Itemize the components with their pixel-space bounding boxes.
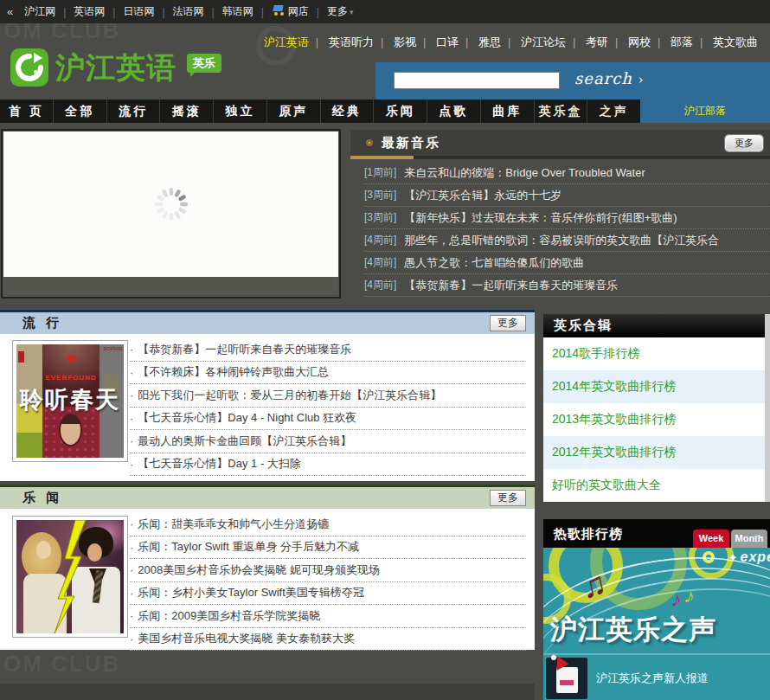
- list-item[interactable]: ·美国乡村音乐电视大奖揭晓 美女泰勒获大奖: [130, 628, 526, 652]
- search-input[interactable]: [394, 72, 560, 89]
- album-link-2013-songs[interactable]: 2013年英文歌曲排行榜: [543, 403, 770, 436]
- list-item[interactable]: ·【七天音乐心情】Day 1 - 大扫除: [130, 453, 526, 477]
- celebrity-photo: [16, 520, 124, 633]
- bullet-dot: ·: [130, 389, 133, 401]
- topbar-link-shop[interactable]: 网店: [264, 4, 317, 19]
- nav-all[interactable]: 全部: [54, 100, 107, 123]
- feed-item-title[interactable]: 沪江英乐之声新人报道: [596, 655, 709, 700]
- hnav-hujiang-english[interactable]: 沪江英语: [257, 35, 316, 48]
- latest-more-button[interactable]: 更多: [725, 135, 763, 151]
- album-link-2014-songs[interactable]: 2014年英文歌曲排行榜: [543, 370, 770, 403]
- nav-partner-tribe[interactable]: 沪江部落: [640, 100, 770, 123]
- list-item[interactable]: [4周前]【恭贺新春】一起听听来自春天的璀璨音乐: [364, 274, 770, 297]
- bullet-dot: ·: [130, 633, 133, 645]
- hot-chart-title: 热歌排行榜: [554, 526, 623, 543]
- background-watermark-bottom: OM CLUB: [3, 651, 120, 678]
- album-link-best-songs[interactable]: 好听的英文歌曲大全: [543, 469, 770, 502]
- item-title[interactable]: 【新年快乐】过去现在未来：音乐伴你前行(组图+歌曲): [404, 210, 677, 226]
- loading-spinner-icon: [152, 185, 190, 223]
- nav-classic[interactable]: 经典: [321, 100, 375, 123]
- star-icon: ✦: [728, 551, 739, 564]
- nav-soundtrack[interactable]: 原声: [267, 100, 321, 123]
- list-item[interactable]: ·乐闻：甜美乖乖女和帅气小生分道扬镳: [130, 513, 526, 536]
- separator: |: [381, 35, 383, 48]
- umbrella-shape: [67, 355, 76, 361]
- nav-music-box[interactable]: 英乐盒: [535, 100, 588, 123]
- item-age: [3周前]: [364, 188, 396, 202]
- main-nav: 首 页 全部 流行 摇滚 独立 原声 经典 乐闻 点歌 曲库 英乐盒 之声 沪江…: [0, 100, 770, 123]
- topbar-link-english[interactable]: 英语网: [66, 4, 112, 19]
- music-news-section: 乐 闻 更多 ·乐闻：甜美乖乖女和帅气小生分道扬镳 ·乐闻：Taylor Sw: [0, 485, 535, 650]
- topbar-link-korean[interactable]: 韩语网: [215, 4, 261, 19]
- list-item[interactable]: ·【恭贺新春】一起听听来自春天的璀璨音乐: [130, 338, 526, 362]
- hnav-ielts[interactable]: 雅思: [472, 35, 508, 48]
- site-logo-text[interactable]: 沪江英语: [55, 48, 176, 88]
- bullet-dot: ·: [130, 541, 133, 554]
- gold-underline: [350, 156, 770, 159]
- pop-album-thumbnail[interactable]: SOPHIE EVERFOUND 聆听春天: [12, 340, 128, 462]
- hnav-interpreting[interactable]: 口译: [429, 35, 465, 48]
- list-item[interactable]: [1周前]来自云和山的彼端：Bridge Over Troubled Water: [364, 162, 770, 184]
- nav-voice[interactable]: 之声: [587, 100, 640, 123]
- music-channel-badge[interactable]: 英乐: [187, 54, 221, 73]
- item-age: [1周前]: [364, 165, 396, 180]
- news-photo-thumbnail[interactable]: [12, 516, 128, 638]
- list-item[interactable]: ·乐闻：Taylor Swift 重返单身 分手后魅力不减: [130, 536, 526, 560]
- item-title[interactable]: 愚人节之歌：七首唱给傻瓜们的歌曲: [404, 255, 584, 271]
- list-item[interactable]: [3周前]【沪江英乐合辑】永远的十七岁: [364, 184, 770, 207]
- scrollbar[interactable]: [765, 314, 770, 502]
- item-age: [4周前]: [364, 233, 396, 247]
- item-title[interactable]: 那些年，总是听错的歌词：容易被误听的英文歌曲【沪江英乐合: [404, 233, 719, 248]
- topbar-link-more[interactable]: 更多▾: [319, 4, 362, 19]
- nav-rock[interactable]: 摇滚: [160, 100, 214, 123]
- nav-indie[interactable]: 独立: [214, 100, 267, 123]
- nav-request[interactable]: 点歌: [427, 100, 481, 123]
- list-item[interactable]: ·乐闻：乡村小美女Taylor Swift美国专辑榜夺冠: [130, 582, 526, 606]
- hot-chart-header: 热歌排行榜 Week Month: [543, 519, 770, 548]
- hnav-school[interactable]: 网校: [621, 35, 658, 48]
- list-item[interactable]: ·乐闻：2009美国乡村音乐学院奖揭晓: [130, 605, 526, 628]
- hnav-tribe[interactable]: 部落: [664, 35, 700, 48]
- music-voice-banner[interactable]: ♫ ♪ ♪ ✦expe 沪江英乐之声: [543, 548, 770, 653]
- tab-week[interactable]: Week: [693, 530, 729, 548]
- item-title[interactable]: 来自云和山的彼端：Bridge Over Troubled Water: [404, 165, 645, 181]
- nav-library[interactable]: 曲库: [481, 100, 535, 123]
- news-section-body: ·乐闻：甜美乖乖女和帅气小生分道扬镳 ·乐闻：Taylor Swift 重返单身…: [0, 509, 535, 650]
- separator: |: [465, 35, 468, 48]
- tab-month[interactable]: Month: [731, 530, 767, 548]
- nav-pop[interactable]: 流行: [107, 100, 161, 123]
- nav-home[interactable]: 首 页: [0, 100, 54, 123]
- list-item[interactable]: [4周前]那些年，总是听错的歌词：容易被误听的英文歌曲【沪江英乐合: [364, 229, 770, 252]
- hnav-listening[interactable]: 英语听力: [322, 35, 381, 48]
- hnav-english-songs[interactable]: 英文歌曲: [706, 35, 765, 48]
- hnav-movies[interactable]: 影视: [387, 35, 423, 48]
- topbar-link-hujiang[interactable]: 沪江网: [16, 4, 63, 19]
- news-more-button[interactable]: 更多: [490, 490, 526, 506]
- list-item[interactable]: ·2008美国乡村音乐协会奖揭晓 妮可现身颁奖现场: [130, 559, 526, 582]
- list-item[interactable]: [3周前]【新年快乐】过去现在未来：音乐伴你前行(组图+歌曲): [364, 207, 770, 229]
- pop-section: 流 行 更多 SOPHIE EVERFOUND 聆听春天 ·【恭贺新春】一起听听…: [0, 310, 535, 481]
- item-title[interactable]: 【沪江英乐合辑】永远的十七岁: [404, 188, 561, 203]
- list-item[interactable]: [4周前]愚人节之歌：七首唱给傻瓜们的歌曲: [364, 252, 770, 274]
- refresh-arrow-icon: [15, 53, 44, 82]
- nav-music-news[interactable]: 乐闻: [374, 100, 427, 123]
- album-link-2014-singers[interactable]: 2014歌手排行榜: [543, 337, 770, 370]
- item-title[interactable]: 【恭贺新春】一起听听来自春天的璀璨音乐: [404, 278, 618, 293]
- list-item[interactable]: ·【不许赖床】各种闹钟铃声歌曲大汇总: [130, 362, 526, 385]
- topbar-link-french[interactable]: 法语网: [165, 4, 212, 19]
- list-item[interactable]: ·阳光下我们一起听歌：爱从三月的初春开始【沪江英乐合辑】: [130, 384, 526, 408]
- pop-more-button[interactable]: 更多: [490, 315, 526, 331]
- hnav-forum[interactable]: 沪江论坛: [514, 35, 573, 48]
- bullet-dot: ·: [130, 458, 133, 471]
- topbar-link-japanese[interactable]: 日语网: [115, 4, 162, 19]
- list-item[interactable]: ·最动人的奥斯卡金曲回顾【沪江英乐合辑】: [130, 430, 526, 453]
- site-logo-icon[interactable]: [10, 48, 48, 87]
- search-button[interactable]: search ›: [574, 69, 644, 87]
- feed-thumbnail[interactable]: [546, 658, 587, 699]
- player-control-strip: [3, 277, 338, 296]
- album-link-2012-songs[interactable]: 2012年英文歌曲排行榜: [543, 436, 770, 469]
- music-player-panel: [1, 129, 341, 299]
- list-item[interactable]: ·【七天音乐心情】Day 4 - Night Club 狂欢夜: [130, 408, 526, 431]
- hnav-kaoyan[interactable]: 考研: [579, 35, 615, 48]
- bullet-dot: ·: [130, 412, 133, 425]
